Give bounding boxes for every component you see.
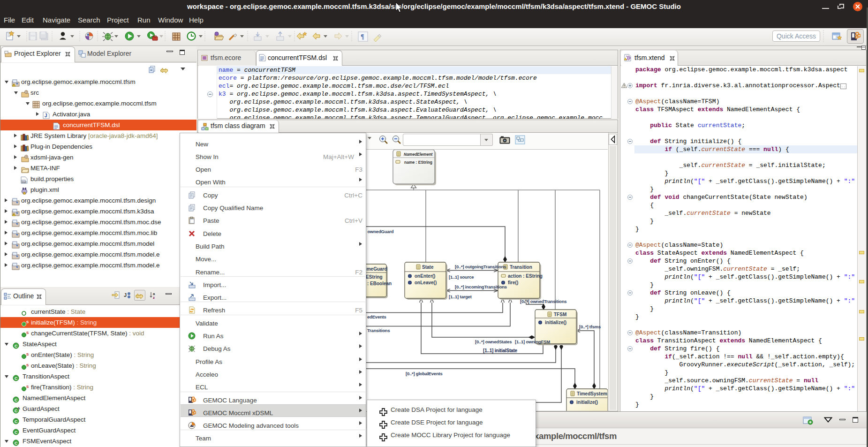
svg-text:z: z (153, 295, 155, 299)
svg-text:J: J (124, 292, 127, 298)
svg-text:NamedElement: NamedElement (404, 152, 433, 157)
svg-text:[1..1] initialState: [1..1] initialState (483, 348, 518, 353)
svg-text:C: C (15, 419, 18, 424)
svg-text:S: S (26, 331, 29, 335)
svg-text:S: S (26, 320, 29, 324)
svg-text:fire(): fire() (508, 280, 518, 285)
svg-text:name : EString: name : EString (404, 160, 432, 165)
svg-text:S: S (26, 352, 29, 356)
svg-text:initialize(): initialize() (545, 320, 566, 325)
svg-text:action : EString: action : EString (508, 273, 543, 279)
svg-text:[1..1] owningFSM: [1..1] owningFSM (515, 339, 550, 344)
svg-text:¶: ¶ (361, 33, 364, 40)
svg-text:edEvents: edEvents (367, 314, 386, 319)
svg-text:: EBoolean: : EBoolean (367, 281, 392, 286)
svg-text:C: C (15, 430, 18, 435)
svg-text:C: C (15, 398, 18, 402)
svg-text:S: S (26, 385, 29, 389)
svg-text:[0..*] globalEvents: [0..*] globalEvents (406, 371, 443, 376)
svg-text:[0..*] incomingTransitions: [0..*] incomingTransitions (455, 284, 507, 289)
svg-text:TFSM: TFSM (554, 312, 566, 317)
svg-text:C: C (15, 376, 18, 381)
svg-text:[0..*] ownedTransitions: [0..*] ownedTransitions (520, 299, 566, 304)
svg-text:Transition: Transition (510, 265, 532, 270)
svg-text:010: 010 (22, 181, 27, 183)
svg-text:[0..*] outgoingTransitions: [0..*] outgoingTransitions (455, 264, 506, 269)
svg-text:J: J (45, 113, 47, 118)
svg-text:A: A (17, 406, 20, 410)
svg-text:[0..*] ownedStates: [0..*] ownedStates (475, 339, 512, 344)
svg-text:[1..1] source: [1..1] source (449, 274, 474, 280)
svg-text:State: State (422, 265, 434, 270)
svg-text:Transitions: Transitions (367, 328, 390, 333)
svg-text:initialize(): initialize() (576, 400, 598, 405)
svg-text:C: C (15, 441, 18, 446)
svg-text:onLeave(): onLeave() (415, 280, 437, 285)
svg-text:TimedSystem: TimedSystem (577, 391, 607, 396)
svg-text:[0..*] tfsms: [0..*] tfsms (579, 324, 601, 329)
svg-text:S: S (26, 363, 29, 367)
svg-text:onEnter(): onEnter() (415, 273, 435, 279)
svg-text:C: C (15, 344, 18, 349)
svg-text:[1..1] target: [1..1] target (449, 294, 472, 299)
